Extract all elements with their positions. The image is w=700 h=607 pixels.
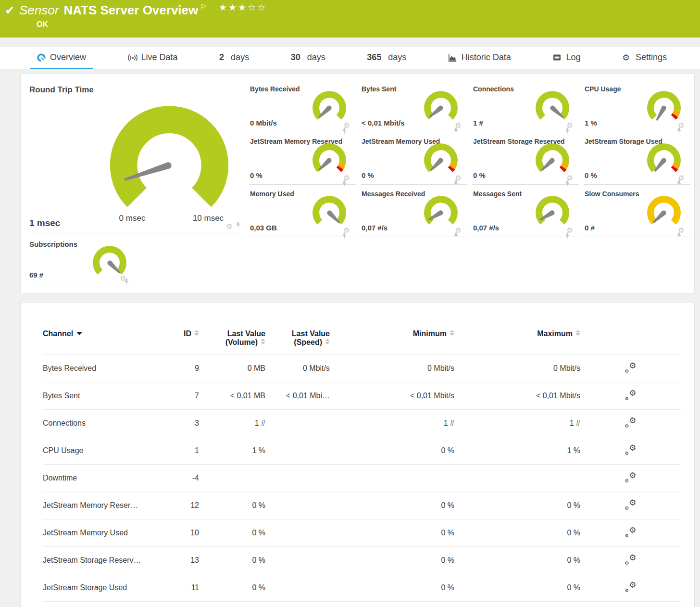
- gauge-scale-min: 0 msec: [119, 214, 146, 223]
- channel-settings-gear-icon[interactable]: ⚙⚙: [625, 417, 637, 428]
- column-header-last-value-volume[interactable]: Last Value (Volume): [199, 329, 265, 355]
- gauge-tile-cpu-usage[interactable]: CPU Usage 1 %⚙: [584, 82, 690, 132]
- column-header-last-value-speed[interactable]: Last Value (Speed): [265, 329, 330, 355]
- channel-row-jetstream-storage-reserv[interactable]: JetStream Storage Reserv…130 %0 %0 %⚙⚙: [43, 547, 681, 574]
- last-value-volume: 0 %: [199, 492, 265, 519]
- channel-row-downtime[interactable]: Downtime-4⚙⚙: [43, 465, 681, 492]
- column-header-maximum[interactable]: Maximum: [454, 329, 580, 355]
- channel-row-jetstream-memory-used[interactable]: JetStream Memory Used100 %0 %0 %⚙⚙: [43, 519, 681, 547]
- gauge-value: < 0,01 Mbit/s: [362, 119, 405, 127]
- column-header-channel[interactable]: Channel: [43, 329, 158, 355]
- gauge-pin-icon[interactable]: [236, 222, 241, 230]
- last-value-volume: 1 #: [199, 410, 265, 437]
- priority-flag-icon[interactable]: ⚐: [200, 3, 206, 11]
- channel-settings-gear-icon[interactable]: ⚙⚙: [625, 444, 637, 455]
- channel-row-bytes-sent[interactable]: Bytes Sent7< 0,01 MB< 0,01 Mbi…< 0,01 Mb…: [43, 382, 681, 410]
- gear-icon: ⚙: [622, 53, 632, 62]
- tab-30-days[interactable]: 30days: [284, 47, 332, 69]
- channel-settings-gear-icon[interactable]: ⚙⚙: [625, 499, 637, 510]
- channel-name[interactable]: Downtime: [43, 465, 158, 492]
- channel-name[interactable]: CPU Usage: [43, 437, 158, 465]
- gauge-tile-subscriptions[interactable]: Subscriptions 69 # ⚙: [28, 239, 130, 283]
- tab-historic-data[interactable]: Historic Data: [441, 47, 518, 69]
- channel-name[interactable]: Connections: [43, 410, 158, 437]
- column-label: Last Value (Speed): [292, 329, 330, 346]
- gauge-value: 0 #: [585, 224, 595, 232]
- channel-row-jetstream-storage-used[interactable]: JetStream Storage Used110 %0 %0 %⚙⚙: [43, 574, 681, 602]
- column-header-id[interactable]: ID: [158, 329, 199, 355]
- priority-stars[interactable]: ★★★☆☆: [219, 2, 267, 13]
- channel-settings-gear-icon[interactable]: ⚙⚙: [625, 362, 637, 373]
- tab-live-data[interactable]: Live Data: [121, 47, 185, 69]
- channel-name[interactable]: Bytes Sent: [43, 382, 158, 410]
- gauge-settings-gear-icon[interactable]: ⚙: [226, 223, 233, 230]
- minimum-value: [330, 465, 454, 492]
- gauge-tile-jetstream-memory-used[interactable]: JetStream Memory Used 0 %⚙: [361, 135, 467, 185]
- tab-2-days[interactable]: 2days: [212, 47, 256, 69]
- channel-name[interactable]: JetStream Storage Used: [43, 574, 158, 602]
- tab-label: Overview: [50, 52, 86, 63]
- channel-row-memory-used[interactable]: Memory Used20,03 GB0,03 GB0,03 GB⚙⚙: [43, 602, 681, 607]
- gauge-tile-memory-used[interactable]: Memory Used 0,03 GB⚙: [249, 187, 356, 237]
- channel-row-connections[interactable]: Connections31 #1 #1 #⚙⚙: [43, 410, 681, 437]
- channel-name[interactable]: Memory Used: [43, 602, 158, 607]
- tab-log[interactable]: Log: [546, 47, 587, 69]
- gauge-value: 0 Mbit/s: [250, 119, 277, 127]
- channel-id: -4: [158, 465, 199, 492]
- last-value-volume: 0 MB: [199, 355, 265, 382]
- gauge-scale-max: 10 msec: [193, 214, 224, 223]
- channel-row-cpu-usage[interactable]: CPU Usage11 %0 %1 %⚙⚙: [43, 437, 681, 465]
- gauge-tile-jetstream-memory-reserved[interactable]: JetStream Memory Reserved 0 %⚙: [249, 135, 356, 185]
- channel-table: ChannelIDLast Value (Volume)Last Value (…: [43, 329, 681, 607]
- gauge-title: Memory Used: [250, 190, 294, 198]
- minimum-value: 0 %: [330, 492, 454, 519]
- last-value-volume: < 0,01 MB: [199, 382, 265, 410]
- channel-settings-gear-icon[interactable]: ⚙⚙: [625, 527, 637, 537]
- chart-icon: [448, 53, 458, 62]
- gauge-value: 0 %: [250, 171, 262, 179]
- channel-settings-gear-icon[interactable]: ⚙⚙: [625, 582, 637, 592]
- gauge-value: 69 #: [29, 271, 43, 279]
- channel-settings-gear-icon[interactable]: ⚙⚙: [625, 472, 637, 482]
- sort-icon: [261, 339, 265, 344]
- sort-icon: [194, 330, 199, 336]
- tab-label: Live Data: [141, 52, 178, 63]
- maximum-value: 1 %: [454, 437, 580, 465]
- minimum-value: 0 %: [330, 574, 454, 602]
- last-value-speed: [265, 437, 330, 465]
- channel-id: 3: [158, 410, 199, 437]
- channel-name[interactable]: JetStream Storage Reserv…: [43, 547, 158, 574]
- channel-name[interactable]: JetStream Memory Used: [43, 519, 158, 547]
- sensor-header: ✔ SensorNATS Server Overview⚐ ★★★☆☆ OK: [0, 0, 700, 38]
- gauge-tile-round-trip-time[interactable]: Round Trip Time 0 msec 10 msec 1 msec ⚙: [28, 81, 242, 232]
- channel-settings-gear-icon[interactable]: ⚙⚙: [625, 554, 637, 565]
- gauge-tile-jetstream-storage-used[interactable]: JetStream Storage Used 0 %⚙: [584, 135, 690, 185]
- gauge-tile-connections[interactable]: Connections 1 #⚙: [472, 82, 579, 132]
- gauge-title: Subscriptions: [29, 240, 77, 248]
- tab-settings[interactable]: ⚙Settings: [615, 47, 674, 69]
- column-header-actions: [580, 329, 681, 355]
- channel-settings-gear-icon[interactable]: ⚙⚙: [625, 390, 637, 400]
- gauge-tile-slow-consumers[interactable]: Slow Consumers 0 #⚙: [584, 187, 690, 237]
- column-header-minimum[interactable]: Minimum: [330, 329, 454, 355]
- channel-id: 13: [158, 547, 199, 574]
- gauge-tile-bytes-sent[interactable]: Bytes Sent < 0,01 Mbit/s⚙: [361, 82, 467, 132]
- last-value-volume: 0,03 GB: [199, 602, 265, 607]
- gauge-value: 1 %: [585, 119, 597, 127]
- channel-row-jetstream-memory-reser[interactable]: JetStream Memory Reser…120 %0 %0 %⚙⚙: [43, 492, 681, 519]
- last-value-volume: 0 %: [199, 547, 265, 574]
- maximum-value: 0 Mbit/s: [454, 355, 580, 382]
- column-label: Last Value (Volume): [225, 329, 265, 346]
- channel-name[interactable]: JetStream Memory Reser…: [43, 492, 158, 519]
- tab-365-days[interactable]: 365days: [360, 47, 413, 69]
- minimum-value: < 0,01 Mbit/s: [330, 382, 454, 410]
- gauge-tile-jetstream-storage-reserved[interactable]: JetStream Storage Reserved 0 %⚙: [472, 135, 579, 185]
- gauge-tile-messages-received[interactable]: Messages Received 0,07 #/s⚙: [361, 187, 467, 237]
- channel-row-bytes-received[interactable]: Bytes Received90 MB0 Mbit/s0 Mbit/s0 Mbi…: [43, 355, 681, 382]
- channel-name[interactable]: Bytes Received: [43, 355, 158, 382]
- gauge-tile-messages-sent[interactable]: Messages Sent 0,07 #/s⚙: [472, 187, 579, 237]
- tab-overview[interactable]: Overview: [30, 47, 93, 69]
- last-value-speed: [265, 602, 330, 607]
- gauge-tile-bytes-received[interactable]: Bytes Received 0 Mbit/s⚙: [249, 82, 356, 132]
- tab-label: days: [231, 52, 249, 63]
